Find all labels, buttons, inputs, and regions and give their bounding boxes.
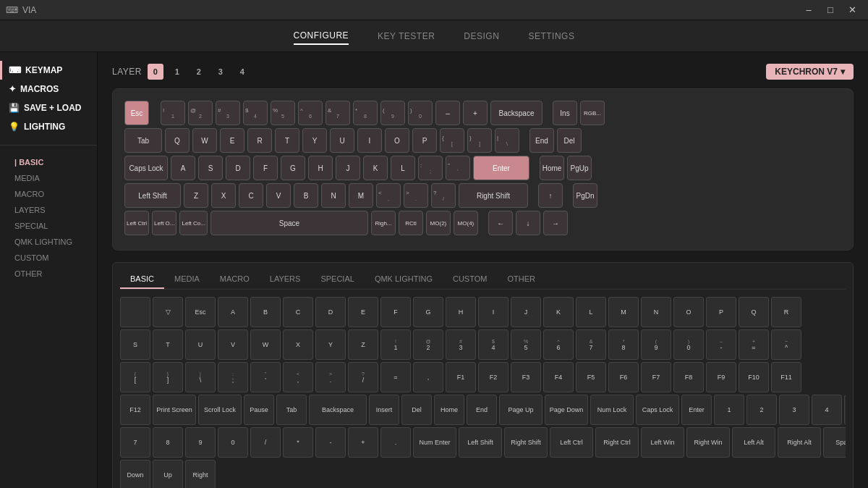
grid-key-num1[interactable]: 1 [714,395,744,425]
key-z[interactable]: Z [184,183,208,208]
grid-key-gt[interactable]: >. [315,362,346,392]
grid-key-e[interactable]: E [348,297,378,327]
key-i[interactable]: I [357,128,382,153]
grid-key-prtsc[interactable]: Print Screen [153,395,196,425]
grid-key-numstar[interactable]: * [283,427,313,458]
grid-key-o[interactable]: O [673,297,704,327]
grid-key-p[interactable]: P [706,297,736,327]
key-j[interactable]: J [336,156,360,180]
grid-key-lwin[interactable]: Left Win [641,427,684,458]
key-end[interactable]: End [529,128,554,153]
grid-key-scrlk[interactable]: Scroll Lock [198,395,242,425]
grid-key-lparen[interactable]: (9 [641,329,671,360]
nav-key-tester[interactable]: KEY TESTER [378,28,435,44]
grid-key-num3[interactable]: 3 [779,395,809,425]
grid-key-num5[interactable]: 5 [844,395,846,425]
grid-key-lalt[interactable]: Left Alt [732,427,775,458]
maximize-button[interactable]: □ [820,0,841,20]
grid-key-numlk[interactable]: Num Lock [590,395,634,425]
grid-key-q[interactable]: Q [739,297,769,327]
grid-key-esc[interactable]: Esc [185,297,216,327]
layer-btn-3[interactable]: 3 [213,64,229,80]
key-6[interactable]: ^6 [298,101,323,125]
grid-key-f10[interactable]: F10 [739,362,769,392]
ks-tab-basic[interactable]: BASIC [120,270,164,289]
grid-key-qmark[interactable]: ?/ [348,362,378,392]
grid-key-pgup-g[interactable]: Page Up [499,395,542,425]
key-quote[interactable]: "' [446,156,470,180]
key-w[interactable]: W [192,128,217,153]
grid-key-n[interactable]: N [641,297,671,327]
ks-tab-macro[interactable]: MACRO [210,270,260,289]
grid-key-num2[interactable]: 2 [746,395,777,425]
grid-key-home-g[interactable]: Home [434,395,464,425]
grid-key-empty[interactable] [120,297,150,327]
key-mo2[interactable]: MO(2) [426,211,451,235]
grid-key-del-g[interactable]: Del [401,395,432,425]
grid-key-amp[interactable]: &7 [576,329,606,360]
grid-key-dquote[interactable]: "' [250,362,281,392]
sidebar-key-layers[interactable]: LAYERS [0,202,97,218]
grid-key-num9[interactable]: 9 [185,427,216,458]
sidebar-key-special[interactable]: SPECIAL [0,218,97,234]
ks-tab-other[interactable]: OTHER [497,270,545,289]
ks-tab-qmk-lighting[interactable]: QMK LIGHTING [365,270,443,289]
grid-key-u[interactable]: U [185,329,216,360]
grid-key-pause[interactable]: Pause [244,395,274,425]
grid-key-lctrl[interactable]: Left Ctrl [550,427,593,458]
grid-key-c[interactable]: C [283,297,313,327]
key-3[interactable]: #3 [216,101,240,125]
key-right-fn1[interactable]: Righ... [371,211,396,235]
grid-key-f8[interactable]: F8 [673,362,704,392]
grid-key-excl[interactable]: !1 [380,329,411,360]
key-period[interactable]: >. [404,183,428,208]
key-q[interactable]: Q [165,128,190,153]
grid-key-i[interactable]: I [478,297,509,327]
key-5[interactable]: %5 [271,101,295,125]
key-d[interactable]: D [226,156,250,180]
key-m[interactable]: M [349,183,373,208]
grid-key-lshift[interactable]: Left Shift [459,427,502,458]
grid-key-rshift[interactable]: Right Shift [504,427,548,458]
grid-key-equals[interactable]: = [380,362,411,392]
grid-key-j[interactable]: J [511,297,541,327]
grid-key-f11[interactable]: F11 [771,362,801,392]
grid-key-comma-only[interactable]: , [413,362,443,392]
sidebar-key-qmk-lighting[interactable]: QMK LIGHTING [0,234,97,250]
grid-key-f6[interactable]: F6 [608,362,639,392]
grid-key-f12[interactable]: F12 [120,395,150,425]
key-arrow-left[interactable]: ← [488,211,513,235]
key-rctl[interactable]: RCtl [399,211,423,235]
key-left-shift[interactable]: Left Shift [124,183,181,208]
grid-key-a[interactable]: A [218,297,248,327]
grid-key-right[interactable]: Right [185,460,216,488]
key-ins[interactable]: Ins [553,101,577,125]
grid-key-v[interactable]: V [218,329,248,360]
grid-key-d[interactable]: D [315,297,346,327]
key-arrow-up[interactable]: ↑ [538,183,563,208]
sidebar-key-basic[interactable]: | BASIC [0,154,97,170]
grid-key-w[interactable]: W [250,329,281,360]
key-lbracket[interactable]: {[ [440,128,464,153]
sidebar-key-custom[interactable]: CUSTOM [0,250,97,266]
key-t[interactable]: T [275,128,299,153]
grid-key-f[interactable]: F [380,297,411,327]
key-slash[interactable]: ?/ [431,183,456,208]
key-7[interactable]: &7 [326,101,350,125]
grid-key-lbrace[interactable]: {[ [120,362,150,392]
key-f[interactable]: F [253,156,278,180]
grid-key-num0[interactable]: 0 [218,427,248,458]
ks-tab-layers[interactable]: LAYERS [260,270,311,289]
key-rbracket[interactable]: }] [467,128,492,153]
grid-key-star[interactable]: *8 [608,329,639,360]
key-p[interactable]: P [412,128,437,153]
key-left-ctrl[interactable]: Left Ctrl [124,211,149,235]
grid-key-tab-g[interactable]: Tab [276,395,307,425]
sidebar-key-macro[interactable]: MACRO [0,186,97,202]
key-space[interactable]: Space [210,211,368,235]
grid-key-hash[interactable]: #3 [446,329,476,360]
grid-key-z[interactable]: Z [348,329,378,360]
key-h[interactable]: H [308,156,333,180]
key-backslash[interactable]: |\ [495,128,519,153]
key-pgup[interactable]: PgUp [567,156,592,180]
